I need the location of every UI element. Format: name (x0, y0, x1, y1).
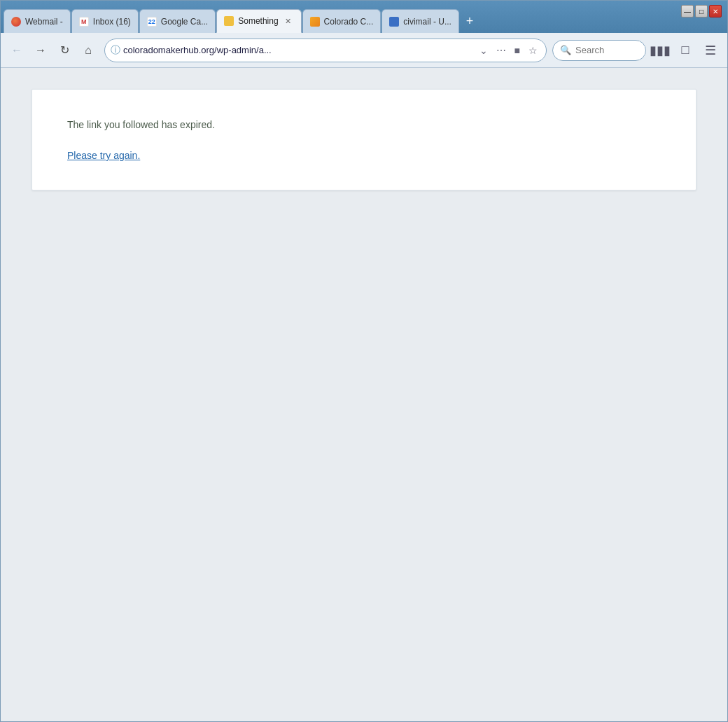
content-card: The link you followed has expired. Pleas… (31, 89, 696, 190)
browser-window: — □ ✕ Webmail - M Inbox (16) 22 Google C… (0, 0, 728, 722)
menu-button[interactable]: ☰ (699, 39, 722, 62)
tab-close-button[interactable]: ✕ (283, 15, 294, 27)
home-button[interactable]: ⌂ (78, 40, 99, 61)
minimize-button[interactable]: — (681, 5, 694, 18)
favicon-something (224, 16, 234, 26)
favicon-gcal: 22 (147, 17, 157, 27)
search-icon: 🔍 (560, 45, 571, 55)
favicon-civimail (389, 17, 399, 27)
tab-webmail[interactable]: Webmail - (4, 9, 71, 33)
favicon-gmail: M (79, 17, 89, 27)
expired-message: The link you followed has expired. (67, 118, 661, 132)
page-content: The link you followed has expired. Pleas… (1, 68, 727, 721)
tab-colorado-label: Colorado C... (324, 17, 374, 27)
tab-something[interactable]: Something ✕ (216, 9, 301, 33)
bookmark-button[interactable]: ☆ (526, 43, 540, 57)
tab-civimail-label: civimail - U... (403, 17, 451, 27)
info-icon[interactable]: ⓘ (111, 44, 120, 57)
back-button[interactable]: ← (6, 40, 27, 61)
tab-gcal[interactable]: 22 Google Ca... (139, 9, 216, 33)
toolbar: ← → ↻ ⌂ ⓘ ⌄ ⋯ ■ ☆ 🔍 ▮▮▮ □ ☰ (1, 33, 727, 68)
favicon-colorado (310, 17, 320, 27)
library-button[interactable]: ▮▮▮ (649, 39, 671, 62)
address-bar[interactable]: ⓘ ⌄ ⋯ ■ ☆ (104, 39, 547, 62)
tab-inbox-label: Inbox (16) (93, 17, 131, 27)
dropdown-button[interactable]: ⌄ (477, 43, 491, 57)
favicon-webmail (11, 17, 21, 27)
tab-something-label: Something (238, 16, 278, 26)
try-again-link[interactable]: Please try again. (67, 150, 140, 161)
address-bar-actions: ⌄ ⋯ ■ ☆ (477, 43, 540, 57)
tab-civimail[interactable]: civimail - U... (382, 9, 459, 33)
tab-gcal-label: Google Ca... (161, 17, 208, 27)
close-button[interactable]: ✕ (709, 5, 722, 18)
tab-bar: Webmail - M Inbox (16) 22 Google Ca... S… (1, 1, 727, 33)
more-options-button[interactable]: ⋯ (493, 43, 509, 57)
reload-button[interactable]: ↻ (54, 40, 75, 61)
sidebar-button[interactable]: □ (674, 39, 696, 62)
address-input[interactable] (123, 45, 474, 55)
search-box[interactable]: 🔍 (552, 40, 646, 61)
pocket-button[interactable]: ■ (512, 43, 523, 57)
window-controls: — □ ✕ (681, 5, 722, 18)
tab-webmail-label: Webmail - (25, 17, 63, 27)
search-input[interactable] (575, 45, 638, 55)
tab-colorado[interactable]: Colorado C... (302, 9, 382, 33)
maximize-button[interactable]: □ (695, 5, 708, 18)
forward-button[interactable]: → (30, 40, 51, 61)
tab-inbox[interactable]: M Inbox (16) (71, 9, 139, 33)
new-tab-button[interactable]: + (460, 11, 479, 31)
